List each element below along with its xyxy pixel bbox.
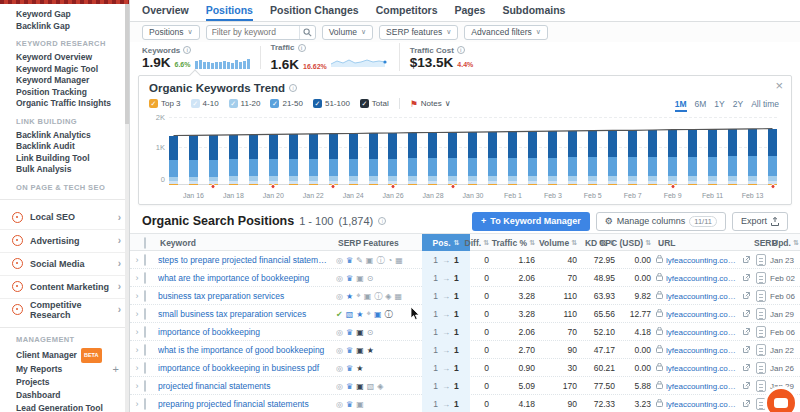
sidebar-item-keyword-overview[interactable]: Keyword Overview (0, 52, 129, 64)
col-volume[interactable]: Volume⇅ (540, 238, 582, 248)
legend-21-50[interactable]: ✓21-50 (270, 99, 302, 108)
checkbox-icon[interactable]: ✓ (313, 99, 322, 108)
sidebar-item-keyword-magic-tool[interactable]: Keyword Magic Tool (0, 64, 129, 76)
notes-dropdown[interactable]: ⚑Notes∨ (410, 99, 451, 109)
tab-positions[interactable]: Positions (206, 0, 253, 21)
sidebar-tool-local-seo[interactable]: Local SEO› (0, 206, 129, 229)
sidebar-item-keyword-gap[interactable]: Keyword Gap (0, 9, 129, 21)
row-checkbox[interactable] (144, 308, 146, 320)
sidebar-item-client-manager[interactable]: Client ManagerBETA (0, 348, 129, 363)
tab-overview[interactable]: Overview (142, 0, 189, 21)
note-marker-jan-29[interactable] (451, 184, 456, 189)
url-link[interactable]: lyfeaccounting.com/blog/what-are-project… (666, 382, 740, 391)
row-checkbox[interactable] (144, 326, 146, 338)
note-marker-jan-23[interactable] (331, 184, 336, 189)
keyword-link[interactable]: what are the importance of bookkeeping (158, 273, 336, 283)
url-link[interactable]: lyfeaccounting.com/blog/bookkeeping-is-i… (666, 346, 740, 355)
sort-icon[interactable]: ⇅ (793, 239, 799, 247)
manage-columns-button[interactable]: ⚙ Manage columns 11/11 (596, 212, 726, 231)
expand-row-icon[interactable]: › (130, 273, 144, 283)
row-checkbox[interactable] (144, 254, 146, 266)
table-row[interactable]: ›what are the importance of bookkeeping◎… (130, 269, 800, 287)
external-link-icon[interactable] (743, 309, 750, 319)
search-icon[interactable] (299, 26, 315, 39)
col-url[interactable]: URL (656, 238, 752, 248)
url-link[interactable]: lyfeaccounting.com/small-business-tax-pr… (666, 310, 740, 319)
external-link-icon[interactable] (743, 399, 750, 409)
range-6m[interactable]: 6M (695, 99, 707, 112)
info-icon[interactable]: i (183, 46, 191, 54)
tab-subdomains[interactable]: Subdomains (502, 0, 565, 21)
serp-snapshot-icon[interactable] (756, 308, 766, 320)
metric-traffic[interactable]: Traffici 1.6K 16.62% (271, 43, 400, 71)
note-marker-feb-14[interactable] (770, 184, 775, 189)
url-link[interactable]: lyfeaccounting.com/blog/bookkeeping-is-i… (666, 364, 740, 373)
legend-11-20[interactable]: ✓11-20 (229, 99, 261, 108)
keyword-link[interactable]: importance of bookkeeping (158, 327, 336, 337)
table-row[interactable]: ›what is the importance of good bookkeep… (130, 341, 800, 359)
legend-total[interactable]: ✓Total (360, 99, 389, 108)
sidebar-item-dashboard[interactable]: Dashboard (0, 389, 129, 402)
row-checkbox[interactable] (144, 290, 146, 302)
info-icon[interactable]: i (289, 84, 297, 92)
sidebar-item-my-reports[interactable]: My Reports+ (0, 363, 129, 376)
keyword-link[interactable]: business tax preparation services (158, 291, 336, 301)
row-checkbox[interactable] (144, 344, 146, 356)
checkbox-icon[interactable]: ✓ (191, 99, 200, 108)
external-link-icon[interactable] (743, 255, 750, 265)
sidebar-scrollbar[interactable] (125, 4, 129, 412)
legend-top-3[interactable]: ✓Top 3 (149, 99, 181, 108)
external-link-icon[interactable] (743, 381, 750, 391)
range-all-time[interactable]: All time (751, 99, 779, 112)
url-link[interactable]: lyfeaccounting.com/blog/what-are-project… (666, 256, 740, 265)
sidebar-item-position-tracking[interactable]: Position Tracking (0, 87, 129, 99)
table-row[interactable]: ›importance of bookkeeping in business p… (130, 359, 800, 377)
tab-competitors[interactable]: Competitors (376, 0, 438, 21)
expand-row-icon[interactable]: › (130, 399, 144, 409)
row-checkbox[interactable] (144, 362, 146, 374)
sidebar-item-backlink-audit[interactable]: Backlink Audit (0, 141, 129, 153)
col-cpc[interactable]: CPC (USD)⇅ (620, 238, 656, 248)
note-marker-jan-26[interactable] (391, 184, 396, 189)
keyword-link[interactable]: importance of bookkeeping in business pd… (158, 363, 336, 373)
external-link-icon[interactable] (743, 327, 750, 337)
serp-snapshot-icon[interactable] (756, 290, 766, 302)
col-serp-features[interactable]: SERP Features (336, 238, 422, 248)
expand-row-icon[interactable]: › (130, 309, 144, 319)
sidebar-item-projects[interactable]: Projects (0, 376, 129, 389)
keyword-link[interactable]: small business tax preparation services (158, 309, 336, 319)
table-row[interactable]: ›projected financial statements◎♛▣▧◈1→10… (130, 377, 800, 395)
serp-snapshot-icon[interactable] (756, 344, 766, 356)
chat-widget-button[interactable] (764, 386, 798, 412)
keyword-link[interactable]: preparing projected financial statements (158, 399, 336, 409)
row-checkbox[interactable] (144, 272, 146, 284)
range-2y[interactable]: 2Y (733, 99, 743, 112)
expand-row-icon[interactable]: › (130, 255, 144, 265)
sidebar-item-lead-generation-tool[interactable]: Lead Generation Tool (0, 402, 129, 412)
expand-row-icon[interactable]: › (130, 327, 144, 337)
info-icon[interactable]: i (378, 217, 386, 225)
sidebar-tool-social-media[interactable]: Social Media› (0, 252, 129, 275)
checkbox-icon[interactable]: ✓ (360, 99, 369, 108)
col-serp[interactable]: SERP (752, 238, 770, 248)
sidebar-item-bulk-analysis[interactable]: Bulk Analysis (0, 164, 129, 176)
plus-icon[interactable]: + (113, 363, 119, 376)
url-link[interactable]: lyfeaccounting.com/blog/what-are-project… (666, 400, 740, 409)
table-row[interactable]: ›preparing projected financial statement… (130, 395, 800, 412)
col-traffic[interactable]: Traffic %⇅ (494, 238, 540, 248)
close-icon[interactable]: × (775, 79, 783, 92)
sort-icon[interactable]: ⇅ (571, 239, 577, 247)
url-link[interactable]: lyfeaccounting.com/small-business-tax-pr… (666, 292, 740, 301)
sidebar-tool-content-marketing[interactable]: Content Marketing› (0, 275, 129, 298)
keyword-link[interactable]: what is the importance of good bookkeepi… (158, 345, 336, 355)
col-upd[interactable]: Upd.⇅ (770, 238, 800, 248)
sidebar-item-keyword-manager[interactable]: Keyword Manager (0, 75, 129, 87)
keyword-link[interactable]: steps to prepare projected financial sta… (158, 255, 336, 265)
col-keyword[interactable]: Keyword (158, 238, 336, 248)
checkbox-icon[interactable]: ✓ (229, 99, 238, 108)
serp-snapshot-icon[interactable] (756, 362, 766, 374)
sort-icon[interactable]: ⇅ (645, 239, 651, 247)
export-button[interactable]: Export (732, 212, 788, 231)
serp-snapshot-icon[interactable] (756, 254, 766, 266)
expand-row-icon[interactable]: › (130, 363, 144, 373)
